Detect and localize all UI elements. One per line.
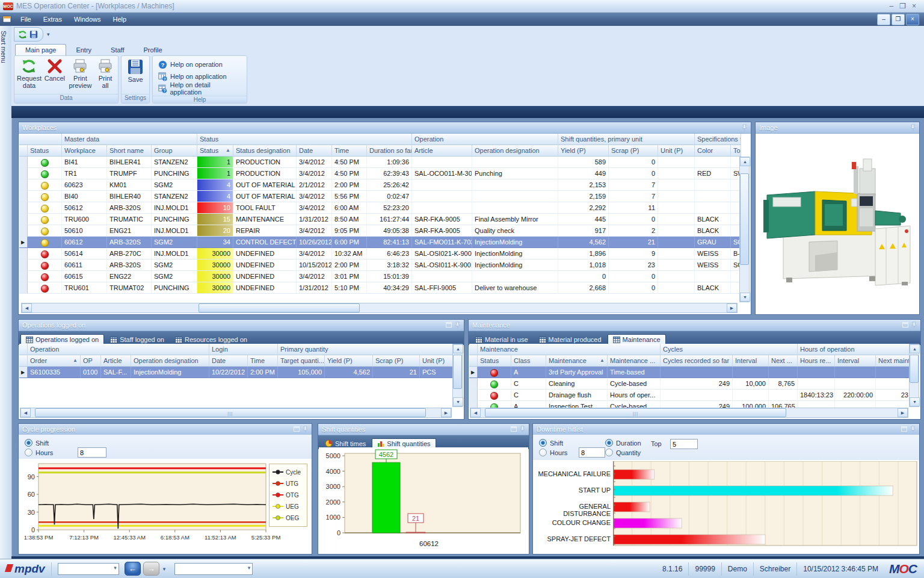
collapse-icon[interactable]	[511, 426, 517, 433]
shift-radio[interactable]	[25, 439, 32, 447]
column-header[interactable]: Next ...	[769, 355, 798, 367]
table-row[interactable]: ▶S61003350100SAL-F...InjectionMolding10/…	[19, 367, 455, 378]
column-header[interactable]: Hours re...	[798, 355, 835, 367]
column-header[interactable]: Unit (P)	[658, 145, 695, 157]
vertical-scrollbar[interactable]: ▲▼	[452, 344, 463, 407]
save-button[interactable]: Save	[123, 57, 147, 84]
forward-button[interactable]: →	[143, 562, 159, 576]
qat-dropdown-icon[interactable]: ▾	[47, 31, 50, 37]
collapse-icon[interactable]	[294, 426, 300, 433]
vertical-scrollbar[interactable]: ▲▼	[909, 344, 919, 407]
table-row[interactable]: 60623KM01SGM24OUT OF MATERIAL2/1/20122:0…	[19, 179, 741, 191]
column-header[interactable]	[469, 355, 478, 367]
column-header[interactable]: Cycles recorded so far	[661, 355, 733, 367]
column-header[interactable]: Article	[101, 355, 131, 367]
column-header[interactable]: Operation designation	[131, 355, 209, 367]
window-close-button[interactable]: ×	[912, 2, 916, 10]
column-header[interactable]: Class	[511, 355, 546, 367]
column-header[interactable]: Group	[152, 145, 197, 157]
downtime-hours-input[interactable]	[579, 447, 605, 458]
menu-item-help[interactable]: Help	[107, 14, 133, 25]
downtime-shift-radio[interactable]	[539, 439, 547, 447]
table-row[interactable]: BI40BIHLER40STANZEN24OUT OF MATERIAL3/4/…	[19, 191, 741, 202]
column-header[interactable]: Maintenance▲	[546, 355, 608, 367]
print-all-button[interactable]: Print all	[94, 57, 116, 90]
window-restore-button[interactable]: ❒	[899, 2, 906, 10]
cancel-button[interactable]: Cancel	[43, 57, 66, 83]
hours-input[interactable]	[78, 447, 106, 458]
menu-item-file[interactable]: File	[14, 14, 37, 25]
horizontal-scrollbar[interactable]: ◀▶	[21, 303, 738, 313]
column-header[interactable]: Yield (P)	[558, 145, 609, 157]
column-header[interactable]: OP	[81, 355, 101, 367]
column-header[interactable]: Order▲	[28, 355, 81, 367]
table-row[interactable]: 60611ARB-320SSGM230000UNDEFINED10/15/201…	[19, 259, 741, 271]
table-row[interactable]: TRU600TRUMATICPUNCHING15MAINTENANCE1/31/…	[19, 214, 741, 225]
menu-item-extras[interactable]: Extras	[37, 14, 68, 25]
nav-dropdown-icon[interactable]: ▾	[163, 566, 166, 572]
table-row[interactable]: ▶60612ARB-320SSGM234CONTROL DEFECTIVE10/…	[19, 237, 741, 248]
table-row[interactable]: CCleaningCycle-based24910,0008,765	[469, 378, 911, 390]
column-header[interactable]: Too	[731, 145, 741, 157]
column-header[interactable]: Status▲	[197, 145, 233, 157]
ribbon-tab-profile[interactable]: Profile	[134, 45, 172, 55]
horizontal-scrollbar[interactable]: ◀|||▶	[20, 408, 452, 418]
save-icon[interactable]	[29, 30, 38, 39]
pin-icon[interactable]	[520, 426, 525, 434]
table-row[interactable]: 50610ENG21INJ.MOLD120REPAIR3/4/20129:05 …	[19, 225, 741, 237]
pin-icon[interactable]	[742, 124, 747, 132]
column-header[interactable]: Short name	[107, 145, 152, 157]
column-header[interactable]: Interval	[733, 355, 769, 367]
collapse-icon[interactable]	[901, 426, 907, 433]
column-header[interactable]: Scrap (P)	[373, 355, 420, 367]
table-row[interactable]: TR1TRUMPFPUNCHING1PRODUCTION3/4/20124:50…	[19, 168, 741, 179]
column-header[interactable]: Date	[209, 355, 248, 367]
navigation-combobox[interactable]	[58, 563, 119, 575]
column-header[interactable]: Maintenance ...	[608, 355, 661, 367]
duration-radio[interactable]	[605, 439, 613, 447]
table-row[interactable]: 50612ARB-320SINJ.MOLD110TOOL FAULT3/4/20…	[19, 202, 741, 214]
column-header[interactable]: Status designation	[233, 145, 297, 157]
hours-radio[interactable]	[25, 449, 32, 456]
column-header[interactable]: Workplace	[62, 145, 107, 157]
request-data-button[interactable]: Request data	[16, 57, 42, 90]
quantity-radio[interactable]	[605, 449, 613, 456]
column-header[interactable]	[19, 355, 28, 367]
back-button[interactable]: ←	[125, 562, 141, 576]
vertical-scrollbar[interactable]: ▲▼	[739, 157, 750, 302]
pin-icon[interactable]	[910, 124, 916, 132]
table-row[interactable]: 50614ARB-270CINJ.MOLD130000UNDEFINED3/4/…	[19, 248, 741, 259]
table-row[interactable]: TRU601TRUMAT02PUNCHING30000UNDEFINED1/31…	[19, 282, 741, 294]
table-row[interactable]: 60615ENG22SGM230000UNDEFINED3/4/20123:01…	[19, 271, 741, 282]
start-menu-strip[interactable]: Start menu	[0, 26, 12, 559]
horizontal-scrollbar[interactable]: ◀|||▶	[470, 408, 908, 418]
column-header[interactable]: Color	[695, 145, 731, 157]
pin-icon[interactable]	[455, 322, 460, 329]
column-header[interactable]: Time	[332, 145, 367, 157]
ribbon-tab-entry[interactable]: Entry	[66, 45, 101, 55]
top-input[interactable]	[670, 439, 698, 449]
column-header[interactable]: Status	[478, 355, 511, 367]
child-minimize-button[interactable]: –	[877, 14, 890, 25]
column-header[interactable]: Target quanti...	[278, 355, 325, 367]
pin-icon[interactable]	[911, 322, 917, 329]
downtime-hours-radio[interactable]	[539, 449, 547, 456]
column-header[interactable]: Next maintenan	[876, 355, 911, 367]
window-minimize-button[interactable]: –	[890, 2, 894, 10]
help-item-1[interactable]: ?Help on application	[155, 70, 230, 82]
table-row[interactable]: ▶A3rd Party ApprovalTime-based	[469, 367, 911, 378]
collapse-icon[interactable]	[446, 322, 452, 329]
help-item-2[interactable]: ?Help on detail application	[155, 82, 245, 95]
column-header[interactable]: Time	[248, 355, 278, 367]
print-preview-button[interactable]: Print preview	[67, 57, 93, 90]
column-header[interactable]: Date	[297, 145, 332, 157]
column-header[interactable]: Duration so far	[367, 145, 412, 157]
column-header[interactable]: Yield (P)	[325, 355, 373, 367]
menu-item-windows[interactable]: Windows	[68, 14, 107, 25]
ribbon-tab-main-page[interactable]: Main page	[15, 44, 66, 55]
column-header[interactable]	[19, 145, 28, 157]
ribbon-tab-staff[interactable]: Staff	[101, 45, 134, 55]
refresh-icon[interactable]	[18, 30, 27, 39]
table-row[interactable]: BI41BIHLER41STANZEN21PRODUCTION3/4/20124…	[19, 157, 741, 168]
column-header[interactable]: Scrap (P)	[609, 145, 658, 157]
